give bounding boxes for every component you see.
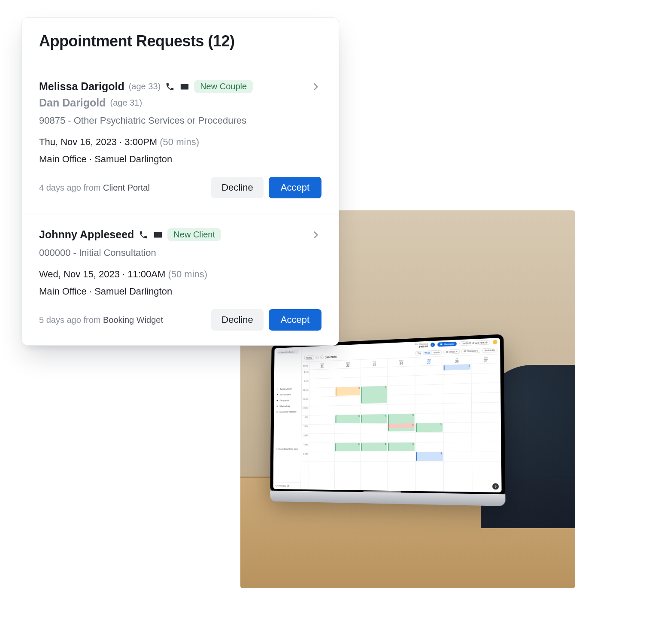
request-meta: 4 days ago from Client Portal (39, 183, 150, 193)
open-request-button[interactable] (310, 81, 321, 92)
availability-dropdown[interactable]: Availability (482, 348, 497, 353)
download-link[interactable]: ⇩ Download free app (273, 444, 301, 452)
time-slot: 11 AM (302, 397, 309, 407)
laptop: Search clients Supervision Reminders Req… (270, 334, 506, 510)
time-slot: 8 AM (302, 370, 309, 380)
day-header[interactable]: Thur25 (415, 356, 443, 366)
nav-requests[interactable]: Requests (276, 399, 299, 402)
day-columns: Sun21Mon22$$$Tue23$$$Wed24$$$Thur25$$Fri… (309, 354, 502, 492)
add-button[interactable]: + (431, 343, 435, 347)
open-request-button[interactable] (310, 229, 321, 240)
promo-pill[interactable]: Get $100 off your next bill (459, 340, 490, 346)
phone-button[interactable] (138, 230, 149, 240)
help-button[interactable]: ? (492, 483, 499, 489)
nav-reminders[interactable]: Reminders (276, 393, 299, 396)
privacy-label: Privacy off (279, 484, 289, 487)
email-button[interactable] (179, 82, 190, 92)
dd-label: All Offices (446, 350, 455, 353)
nav-label: Recently viewed (279, 410, 296, 413)
day-header[interactable]: Tue23 (361, 359, 388, 368)
duration-text: (50 mins) (160, 137, 199, 147)
dd-label: All Clinicians (464, 349, 476, 352)
calendar-event[interactable]: $ (416, 452, 443, 461)
time-slot: 10 AM (302, 388, 309, 398)
calendar-event[interactable]: $ (443, 364, 470, 370)
card-title: Appointment Requests (12) (39, 32, 321, 50)
calendar-event[interactable]: $ (336, 387, 361, 396)
calendar-event[interactable]: $ (361, 414, 387, 423)
day-column: Tue23$$$ (361, 358, 388, 490)
svg-rect-3 (277, 400, 279, 401)
time-slot: 5 PM (301, 452, 309, 461)
next-week-button[interactable] (320, 355, 323, 359)
client-age: (age 33) (129, 82, 161, 91)
email-icon (180, 82, 189, 91)
accept-button[interactable]: Accept (269, 309, 321, 331)
laptop-nav: Supervision Reminders Requests Marketing… (274, 386, 301, 415)
download-label: Download free app (279, 447, 298, 450)
time-slot: 1 PM (301, 416, 309, 425)
nav-recently-viewed[interactable]: Recently viewed (276, 410, 299, 413)
time-slot: 9 AM (302, 379, 309, 389)
dd-label: Availability (485, 349, 495, 352)
meta-source: Booking Widget (103, 315, 163, 325)
avatar[interactable] (493, 340, 497, 344)
bell-icon (276, 394, 279, 396)
offices-dropdown[interactable]: All Offices ▾ (443, 349, 460, 355)
day-body[interactable]: $$$ (361, 367, 388, 491)
day-header[interactable]: Wed24 (388, 358, 415, 367)
privacy-toggle[interactable]: 🛡 Privacy off (273, 482, 300, 489)
accept-button[interactable]: Accept (269, 177, 321, 198)
appointment-requests-card: Appointment Requests (12) Melissa Darigo… (21, 17, 339, 346)
messages-button[interactable]: Messages (437, 342, 457, 347)
megaphone-icon (276, 405, 279, 408)
appointment-request: Johnny Appleseed New Client 000000 - Ini… (22, 213, 339, 345)
calendar-event[interactable]: $ (361, 443, 387, 451)
today-button[interactable]: Today (304, 355, 314, 360)
calendar-event[interactable]: $ (361, 386, 387, 404)
eye-icon (276, 388, 279, 391)
time-column: all day 8 AM 9 AM 10 AM 11 AM 12 PM 1 PM… (301, 362, 309, 489)
inbox-icon (276, 399, 279, 402)
day-body[interactable] (472, 363, 502, 492)
calendar-event[interactable]: $ (388, 414, 415, 431)
calendar-event[interactable]: $ (388, 423, 415, 428)
day-column: Thur25$$ (415, 356, 444, 491)
view-segmented[interactable]: Day Week Month (415, 350, 442, 355)
decline-button[interactable]: Decline (211, 177, 263, 198)
meta-prefix: 4 days ago from (39, 183, 103, 192)
decline-button[interactable]: Decline (211, 309, 263, 331)
calendar-event[interactable]: $ (335, 415, 360, 424)
calendar-event[interactable]: $ (388, 443, 415, 451)
calendar-event[interactable]: $ (416, 423, 443, 432)
phone-button[interactable] (165, 82, 175, 92)
promo-label: Get $100 off your next bill (462, 341, 487, 345)
search-input[interactable]: Search clients (277, 349, 300, 355)
clinicians-dropdown[interactable]: All Clinicians ▾ (461, 349, 480, 354)
day-body[interactable]: $$$ (388, 366, 415, 491)
prev-week-button[interactable] (315, 355, 318, 359)
day-body[interactable]: $ (443, 364, 472, 492)
view-month[interactable]: Month (432, 350, 441, 354)
view-week[interactable]: Week (423, 351, 432, 355)
meta-prefix: 5 days ago from (39, 315, 103, 325)
view-day[interactable]: Day (416, 351, 423, 355)
day-header[interactable]: Sun21 (309, 361, 335, 370)
email-button[interactable] (153, 230, 163, 240)
day-header[interactable]: Mon22 (335, 360, 361, 369)
clock-icon (276, 411, 278, 413)
svg-point-0 (279, 352, 279, 352)
day-body[interactable] (309, 369, 335, 490)
day-header[interactable]: Sat27 (471, 354, 500, 364)
calendar-event[interactable]: $ (335, 443, 360, 451)
nav-supervision[interactable]: Supervision (276, 387, 299, 390)
day-header[interactable]: Fri26 (443, 355, 471, 365)
appointment-location: Main Office · Samuel Darlington (39, 286, 321, 297)
laptop-screen: Search clients Supervision Reminders Req… (273, 338, 501, 492)
revenue-widget[interactable]: Est. Revenue $400.00 (415, 343, 428, 348)
nav-label: Requests (280, 399, 290, 402)
nav-marketing[interactable]: Marketing (276, 405, 299, 408)
day-body[interactable]: $$ (415, 365, 443, 492)
day-body[interactable]: $$$ (335, 368, 361, 490)
datetime-text: Thu, Nov 16, 2023 · 3:00PM (39, 137, 157, 147)
